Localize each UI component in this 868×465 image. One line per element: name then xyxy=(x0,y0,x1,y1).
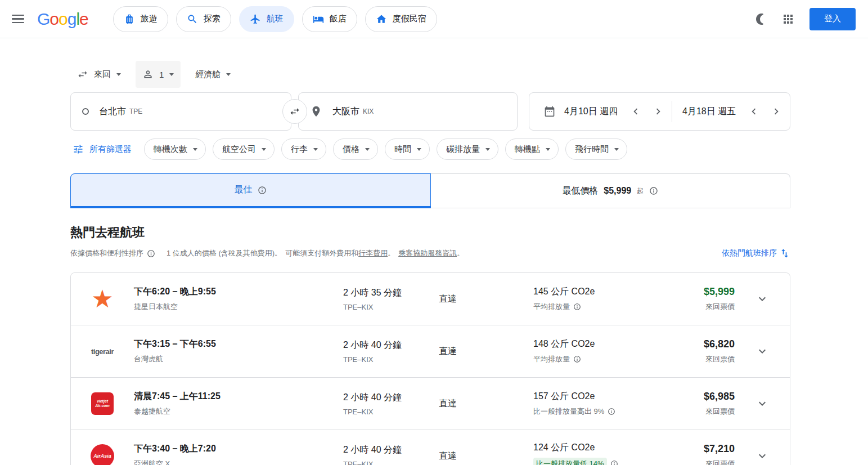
tab-cheapest-label: 最低價格 xyxy=(562,185,598,197)
chevron-down-icon xyxy=(417,148,421,151)
info-icon[interactable] xyxy=(573,303,581,311)
fare-type: 來回票價 xyxy=(705,354,735,364)
flight-row[interactable]: ★ 下午6:20 – 晚上9:55 捷星日本航空 2 小時 35 分鐘 TPE–… xyxy=(71,273,790,325)
flight-route: TPE–KIX xyxy=(343,408,439,416)
origin-input[interactable]: 台北市 TPE xyxy=(70,92,291,131)
top-app-bar: Google 旅遊 探索 航班 飯店 度假 xyxy=(0,0,868,38)
filter-pill-label: 轉機次數 xyxy=(154,144,187,155)
return-prev-day-button[interactable] xyxy=(743,100,765,123)
section-title: 熱門去程航班 xyxy=(70,224,790,241)
tab-cheapest[interactable]: 最低價格 $5,999 起 xyxy=(431,173,791,208)
search-inputs-row: 台北市 TPE 大阪市 KIX 4月10日 週四 4月18日 週五 xyxy=(70,92,790,131)
stops-label: 直達 xyxy=(439,398,533,410)
filter-pill-label: 價格 xyxy=(343,144,359,155)
passenger-assist-link[interactable]: 乘客協助服務資訊 xyxy=(398,248,457,258)
trip-options-row: 來回 1 經濟艙 xyxy=(70,61,790,88)
chevron-down-icon xyxy=(262,148,266,151)
flight-row[interactable]: tigerair 下午3:15 – 下午6:55 台灣虎航 2 小時 40 分鐘… xyxy=(71,325,790,378)
filter-pill[interactable]: 轉機次數 xyxy=(144,138,206,160)
depart-prev-day-button[interactable] xyxy=(624,100,647,123)
filter-pill[interactable]: 航空公司 xyxy=(213,138,275,160)
passenger-select[interactable]: 1 xyxy=(136,61,181,88)
info-icon[interactable] xyxy=(610,460,618,465)
stops-label: 直達 xyxy=(439,450,533,462)
hamburger-menu-icon[interactable] xyxy=(7,8,29,30)
all-filters-label: 所有篩選器 xyxy=(89,144,132,155)
flight-row[interactable]: AirAsia 下午3:40 – 晚上7:20 亞洲航空 X 2 小時 40 分… xyxy=(71,430,790,465)
google-logo[interactable]: Google xyxy=(37,11,88,28)
airline-name: 台灣虎航 xyxy=(134,354,343,364)
return-date-value[interactable]: 4月18日 週五 xyxy=(682,106,736,118)
expand-row-icon[interactable] xyxy=(755,397,769,410)
filter-pill[interactable]: 轉機點 xyxy=(505,138,559,160)
airline-name: 亞洲航空 X xyxy=(134,459,343,465)
nav-pill-label: 探索 xyxy=(204,14,221,24)
baggage-fees-link[interactable]: 行李費用 xyxy=(358,248,388,258)
filter-pill[interactable]: 價格 xyxy=(333,138,378,160)
flight-times: 清晨7:45 – 上午11:25 xyxy=(134,391,343,403)
nav-pill[interactable]: 飯店 xyxy=(302,6,357,32)
filter-pill-label: 航空公司 xyxy=(222,144,256,155)
result-tabs: 最佳 最低價格 $5,999 起 xyxy=(70,173,790,208)
nav-pill-label: 度假民宿 xyxy=(393,14,426,24)
info-icon[interactable] xyxy=(147,249,155,258)
co2-note: 平均排放量 xyxy=(533,354,570,364)
return-next-day-button[interactable] xyxy=(765,100,788,123)
expand-row-icon[interactable] xyxy=(755,345,769,358)
chevron-down-icon xyxy=(614,148,619,151)
filter-pill[interactable]: 飛行時間 xyxy=(565,138,627,160)
nav-pill[interactable]: 旅遊 xyxy=(113,6,168,32)
nav-pill-icon xyxy=(187,14,198,25)
location-pin-icon xyxy=(310,105,322,118)
info-icon[interactable] xyxy=(258,186,267,195)
airline-logo: AirAsia xyxy=(91,444,114,465)
depart-date-value[interactable]: 4月10日 週四 xyxy=(564,106,618,118)
round-trip-icon xyxy=(77,69,88,80)
filter-pill[interactable]: 行李 xyxy=(281,138,326,160)
flight-price: $5,999 xyxy=(704,286,735,298)
apps-grid-icon[interactable] xyxy=(781,12,795,26)
tab-best[interactable]: 最佳 xyxy=(70,173,431,208)
passenger-count: 1 xyxy=(159,70,164,79)
airline-name: 泰越捷航空 xyxy=(134,406,343,417)
filter-pill[interactable]: 碳排放量 xyxy=(437,138,498,160)
sort-link-label: 依熱門航班排序 xyxy=(722,248,777,258)
nav-pill[interactable]: 航班 xyxy=(239,6,294,32)
date-divider xyxy=(672,101,672,122)
expand-row-icon[interactable] xyxy=(755,449,769,463)
destination-city: 大阪市 xyxy=(332,106,359,118)
sort-by-popularity-button[interactable]: 依熱門航班排序 xyxy=(722,248,790,259)
info-icon[interactable] xyxy=(608,408,615,415)
chevron-down-icon xyxy=(226,73,231,76)
chevron-left-icon xyxy=(748,105,760,118)
swap-locations-button[interactable] xyxy=(282,99,307,124)
filter-pill[interactable]: 時間 xyxy=(385,138,430,160)
flight-times: 下午6:20 – 晚上9:55 xyxy=(134,286,343,298)
flight-row[interactable]: vietjet Air.com 清晨7:45 – 上午11:25 泰越捷航空 2… xyxy=(71,378,790,430)
person-icon xyxy=(142,69,154,80)
chevron-down-icon xyxy=(116,73,121,76)
sign-in-button[interactable]: 登入 xyxy=(809,8,856,30)
co2-note: 平均排放量 xyxy=(533,302,570,312)
flight-times: 下午3:15 – 下午6:55 xyxy=(134,338,343,350)
filter-pill-label: 時間 xyxy=(394,144,411,155)
depart-date-group: 4月10日 週四 xyxy=(564,93,669,130)
co2-amount: 124 公斤 CO2e xyxy=(533,442,668,454)
fare-type: 來回票價 xyxy=(705,459,735,465)
origin-city: 台北市 xyxy=(99,106,126,118)
flight-duration: 2 小時 40 分鐘 xyxy=(343,392,439,404)
calendar-icon xyxy=(544,106,555,117)
destination-input[interactable]: 大阪市 KIX xyxy=(298,92,518,131)
destination-airport-code: KIX xyxy=(363,108,374,115)
fare-type: 來回票價 xyxy=(705,406,735,417)
nav-pill[interactable]: 探索 xyxy=(176,6,231,32)
info-icon[interactable] xyxy=(573,355,581,363)
trip-type-select[interactable]: 來回 xyxy=(70,61,128,88)
nav-pill[interactable]: 度假民宿 xyxy=(365,6,437,32)
cabin-class-select[interactable]: 經濟艙 xyxy=(188,61,237,88)
expand-row-icon[interactable] xyxy=(755,292,769,306)
info-icon[interactable] xyxy=(649,186,658,195)
dark-mode-icon[interactable] xyxy=(753,12,767,26)
all-filters-button[interactable]: 所有篩選器 xyxy=(70,144,137,155)
depart-next-day-button[interactable] xyxy=(647,100,669,123)
